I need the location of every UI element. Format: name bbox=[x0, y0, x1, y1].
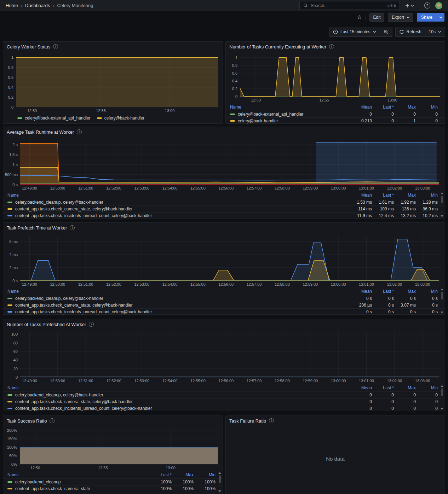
legend-column-stat[interactable]: Mean bbox=[350, 105, 372, 110]
svg-text:12:59:00: 12:59:00 bbox=[303, 186, 318, 190]
avatar[interactable] bbox=[435, 2, 442, 9]
legend-column-stat[interactable]: Mean bbox=[350, 193, 372, 198]
scroll-down-icon[interactable] bbox=[441, 215, 443, 217]
panel-title[interactable]: Task Success Ratio bbox=[7, 418, 47, 424]
share-menu-button[interactable] bbox=[437, 13, 444, 22]
legend-column-stat[interactable]: Min bbox=[416, 385, 438, 390]
legend-scrollbar[interactable] bbox=[440, 289, 444, 313]
help-button[interactable]: ? bbox=[423, 1, 432, 10]
scroll-down-icon[interactable] bbox=[441, 312, 443, 313]
series-name[interactable]: content_app.tasks.check_camera_state, ce… bbox=[15, 399, 133, 404]
info-icon[interactable]: i bbox=[89, 322, 94, 327]
time-range-picker[interactable]: Last 15 minutes bbox=[329, 27, 380, 36]
scroll-down-icon[interactable] bbox=[441, 408, 443, 410]
zoom-out-button[interactable] bbox=[380, 27, 392, 36]
chart-canvas[interactable]: 12:49:0012:50:0012:51:0012:52:0012:53:00… bbox=[3, 233, 445, 288]
search-input[interactable]: Search... ctrl+k bbox=[299, 1, 400, 10]
legend-scrollbar[interactable] bbox=[440, 385, 444, 410]
time-series-chart[interactable]: 12:5012:5513:0000.20.40.60.81 bbox=[3, 52, 223, 114]
time-series-chart[interactable]: 12:49:0012:50:0012:51:0012:52:0012:53:00… bbox=[3, 329, 445, 384]
time-series-chart[interactable]: No data bbox=[226, 426, 445, 492]
panel-title[interactable]: Task Failure Ratio bbox=[229, 418, 266, 424]
time-series-chart[interactable]: 12:5012:5513:0000.20.40.60.81 bbox=[226, 52, 445, 104]
legend-column-stat[interactable]: Max bbox=[394, 105, 416, 110]
series-name[interactable]: content_app.tasks.check_incidents_unread… bbox=[15, 213, 152, 218]
legend-column-name[interactable]: Name bbox=[7, 193, 350, 198]
edit-button[interactable]: Edit bbox=[369, 13, 385, 22]
svg-text:13:02:00: 13:02:00 bbox=[387, 379, 402, 383]
info-icon[interactable]: i bbox=[77, 129, 82, 134]
series-name[interactable]: content_app.tasks.check_camera_state, ce… bbox=[15, 207, 133, 211]
series-name[interactable]: content_app.tasks.check_camera_state bbox=[15, 486, 90, 491]
legend-column-name[interactable]: Name bbox=[7, 385, 350, 390]
time-series-chart[interactable]: 12:49:0012:50:0012:51:0012:52:0012:53:00… bbox=[3, 137, 445, 192]
scroll-up-icon[interactable] bbox=[441, 192, 443, 194]
time-series-chart[interactable]: 12:5012:5513:000%50%100%150%200% bbox=[3, 426, 223, 471]
panel-title[interactable]: Number of Tasks Prefetched At Worker bbox=[7, 322, 86, 327]
info-icon[interactable]: i bbox=[70, 225, 75, 230]
series-name[interactable]: content_app.tasks.check_camera_state, ce… bbox=[15, 303, 133, 308]
panel-title[interactable]: Task Prefetch Time at Worker bbox=[7, 225, 67, 231]
chart-canvas[interactable]: 12:49:0012:50:0012:51:0012:52:0012:53:00… bbox=[3, 137, 445, 192]
refresh-button[interactable]: Refresh bbox=[396, 27, 425, 36]
scroll-down-icon[interactable] bbox=[218, 490, 221, 492]
info-icon[interactable]: i bbox=[329, 44, 334, 49]
scrollbar-thumb[interactable] bbox=[441, 196, 443, 203]
legend-column-name[interactable]: Name bbox=[230, 105, 350, 110]
series-name[interactable]: content_app.tasks.check_incidents_unread… bbox=[15, 406, 152, 411]
legend-column-stat[interactable]: Min bbox=[416, 289, 438, 294]
legend-column-stat[interactable]: Max bbox=[172, 472, 194, 477]
time-series-chart[interactable]: 12:49:0012:50:0012:51:0012:52:0012:53:00… bbox=[3, 233, 445, 288]
info-icon[interactable]: i bbox=[50, 418, 54, 423]
legend-column-stat[interactable]: Min bbox=[416, 105, 438, 110]
legend-item[interactable]: celery@back-handler bbox=[97, 116, 145, 121]
legend-column-stat[interactable]: Mean bbox=[350, 385, 372, 390]
legend-item[interactable]: celery@back-external_api_handler bbox=[17, 116, 91, 121]
add-button[interactable] bbox=[403, 1, 415, 10]
legend-column-stat[interactable]: Min bbox=[194, 472, 216, 477]
breadcrumb-home[interactable]: Home bbox=[6, 3, 18, 8]
series-name[interactable]: celery.backend_cleanup, celery@back-hand… bbox=[15, 296, 103, 301]
info-icon[interactable]: i bbox=[53, 44, 58, 49]
chart-canvas[interactable]: 12:5012:5513:0000.20.40.60.81 bbox=[3, 52, 223, 114]
scrollbar-thumb[interactable] bbox=[441, 292, 443, 300]
scrollbar-thumb[interactable] bbox=[219, 475, 221, 483]
refresh-interval-picker[interactable]: 10s bbox=[425, 27, 445, 36]
panel-title[interactable]: Number of Tasks Currently Executing at W… bbox=[229, 44, 326, 50]
legend-column-stat[interactable]: Max bbox=[394, 385, 416, 390]
scroll-up-icon[interactable] bbox=[441, 385, 443, 387]
scroll-up-icon[interactable] bbox=[441, 289, 443, 290]
legend-column-stat[interactable]: Last * bbox=[372, 289, 394, 294]
legend-column-stat[interactable]: Last * bbox=[372, 193, 394, 198]
export-button[interactable]: Export bbox=[388, 13, 413, 22]
breadcrumb-dashboards[interactable]: Dashboards bbox=[25, 3, 50, 8]
legend-column-stat[interactable]: Last * bbox=[372, 105, 394, 110]
series-name[interactable]: celery.backend_cleanup, celery@back-hand… bbox=[15, 393, 103, 397]
legend-scrollbar[interactable] bbox=[218, 472, 222, 492]
share-button[interactable]: Share bbox=[417, 13, 437, 22]
star-icon[interactable]: ☆ bbox=[357, 14, 362, 20]
legend-column-stat[interactable]: Max bbox=[394, 289, 416, 294]
chart-canvas[interactable]: 12:49:0012:50:0012:51:0012:52:0012:53:00… bbox=[3, 329, 445, 384]
legend-column-stat[interactable]: Max bbox=[394, 193, 416, 198]
info-icon[interactable]: i bbox=[269, 418, 274, 423]
series-name[interactable]: celery@back-external_api_handler bbox=[238, 112, 304, 117]
series-name[interactable]: celery.backend_cleanup, celery@back-hand… bbox=[15, 200, 103, 205]
legend-column-stat[interactable]: Mean bbox=[350, 289, 372, 294]
chart-canvas[interactable]: 12:5012:5513:000%50%100%150%200% bbox=[3, 426, 223, 471]
scroll-up-icon[interactable] bbox=[218, 472, 221, 474]
series-name[interactable]: celery@back-handler bbox=[238, 118, 278, 123]
chart-canvas[interactable]: 12:5012:5513:0000.20.40.60.81 bbox=[226, 52, 445, 104]
legend-column-name[interactable]: Name bbox=[7, 472, 150, 477]
legend-column-name[interactable]: Name bbox=[7, 289, 350, 294]
series-name[interactable]: celery.backend_cleanup bbox=[15, 480, 61, 484]
series-name[interactable]: content_app.tasks.check_incidents_unread… bbox=[15, 309, 152, 314]
legend-column-stat[interactable]: Last * bbox=[150, 472, 172, 477]
svg-text:0.6: 0.6 bbox=[8, 75, 13, 80]
scrollbar-thumb[interactable] bbox=[441, 388, 443, 396]
panel-title[interactable]: Celery Worker Status bbox=[7, 44, 50, 50]
panel-title[interactable]: Average Task Runtime at Worker bbox=[7, 129, 74, 135]
legend-column-stat[interactable]: Last * bbox=[372, 385, 394, 390]
legend-scrollbar[interactable] bbox=[440, 192, 444, 217]
legend-column-stat[interactable]: Min bbox=[416, 193, 438, 198]
